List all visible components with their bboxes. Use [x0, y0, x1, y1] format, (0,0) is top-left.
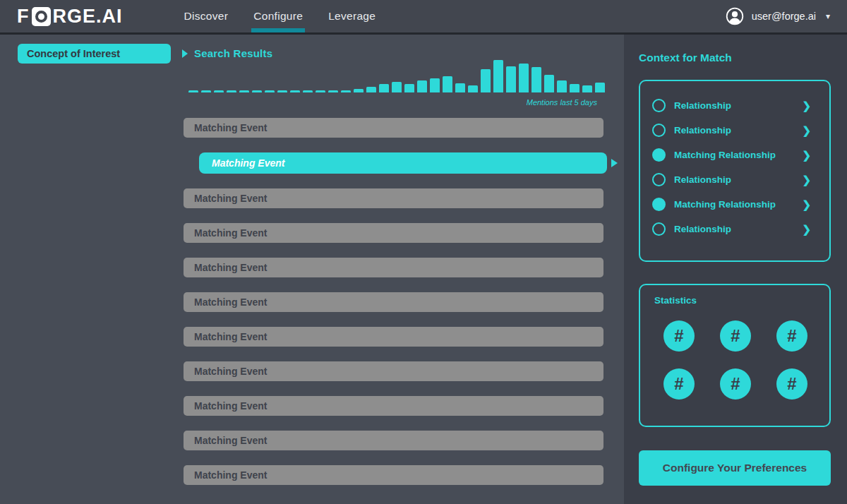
context-relationships-box: Relationship❯Relationship❯Matching Relat… — [639, 80, 831, 262]
chart-bar — [265, 90, 275, 92]
chart-bar — [443, 76, 452, 92]
chart-bar — [582, 85, 592, 92]
results-panel: Search Results Mentions last 5 days Matc… — [0, 35, 624, 504]
concept-search-input[interactable] — [27, 48, 166, 59]
context-sidebar: Context for Match Relationship❯Relations… — [624, 35, 847, 504]
matching-event-bar[interactable]: Matching Event — [184, 396, 603, 416]
matching-event-bar[interactable]: Matching Event — [184, 361, 603, 381]
statistic-badge: # — [720, 320, 751, 352]
matching-event-label: Matching Event — [194, 435, 267, 446]
selected-event-arrow-icon — [611, 159, 618, 167]
concept-search-box[interactable] — [18, 44, 171, 64]
matching-event-label: Matching Event — [194, 400, 267, 412]
outline-circle-icon — [652, 124, 666, 137]
chevron-right-icon[interactable]: ❯ — [802, 100, 811, 111]
context-item-label: Matching Relationship — [674, 150, 776, 160]
statistic-badge: # — [720, 368, 751, 400]
search-results-title: Search Results — [194, 47, 272, 59]
matching-event-bar[interactable]: Matching Event — [184, 258, 603, 277]
chart-bar — [481, 69, 491, 92]
primary-nav: DiscoverConfigureLeverage — [182, 0, 378, 32]
outline-circle-icon — [652, 173, 666, 186]
configure-preferences-button[interactable]: Configure Your Preferences — [639, 450, 831, 486]
event-row: Matching Event — [184, 152, 618, 174]
matching-event-bar[interactable]: Matching Event — [184, 292, 603, 312]
matching-event-label: Matching Event — [212, 157, 284, 169]
nav-tab-leverage[interactable]: Leverage — [326, 0, 378, 32]
triangle-right-icon — [182, 49, 188, 58]
chevron-right-icon[interactable]: ❯ — [802, 199, 811, 210]
chart-bar — [595, 83, 605, 92]
chart-bar — [544, 75, 554, 92]
filled-circle-icon — [652, 198, 666, 211]
matching-event-bar[interactable]: Matching Event — [184, 223, 603, 243]
chart-bar — [430, 78, 440, 92]
event-row: Matching Event — [184, 118, 618, 138]
mentions-bar-chart — [188, 60, 605, 92]
matching-event-bar[interactable]: Matching Event — [184, 118, 603, 138]
brand-logo-prefix: F — [17, 6, 30, 28]
chart-bar — [328, 90, 338, 92]
chevron-right-icon[interactable]: ❯ — [802, 224, 811, 234]
context-item-matching-relationship[interactable]: Matching Relationship❯ — [640, 192, 829, 217]
context-item-relationship[interactable]: Relationship❯ — [640, 217, 829, 241]
chevron-right-icon[interactable]: ❯ — [802, 125, 811, 136]
context-item-label: Relationship — [674, 224, 731, 234]
chart-bar — [303, 90, 313, 92]
chart-bar — [519, 64, 529, 92]
nav-tab-configure[interactable]: Configure — [251, 0, 305, 32]
chart-bar — [366, 87, 376, 92]
matching-event-bar[interactable]: Matching Event — [184, 465, 603, 485]
context-item-label: Relationship — [674, 174, 731, 185]
matching-event-label: Matching Event — [194, 366, 267, 377]
event-row: Matching Event — [184, 465, 618, 485]
event-row: Matching Event — [184, 188, 618, 208]
event-row: Matching Event — [184, 223, 618, 243]
forge-aperture-icon — [32, 7, 51, 26]
event-row: Matching Event — [184, 258, 618, 277]
chart-bar — [570, 84, 579, 92]
context-item-matching-relationship[interactable]: Matching Relationship❯ — [640, 143, 829, 167]
matching-event-label: Matching Event — [194, 193, 267, 204]
chart-bar — [531, 67, 541, 92]
matching-event-bar-selected[interactable]: Matching Event — [199, 152, 607, 174]
context-item-label: Matching Relationship — [674, 199, 776, 210]
matching-event-bar[interactable]: Matching Event — [184, 188, 603, 208]
context-item-relationship[interactable]: Relationship❯ — [640, 93, 829, 118]
user-email: user@forge.ai — [752, 11, 816, 22]
statistic-badge: # — [776, 320, 807, 352]
user-menu[interactable]: user@forge.ai ▾ — [726, 0, 830, 32]
context-item-label: Relationship — [674, 125, 731, 136]
matching-event-bar[interactable]: Matching Event — [184, 327, 603, 347]
chart-bar — [468, 85, 478, 92]
matching-event-bar[interactable]: Matching Event — [184, 431, 603, 450]
context-item-relationship[interactable]: Relationship❯ — [640, 118, 829, 143]
chart-caption: Mentions last 5 days — [527, 98, 597, 107]
brand-logo-suffix: RGE.AI — [53, 6, 123, 28]
search-results-header: Search Results — [182, 47, 272, 59]
context-item-relationship[interactable]: Relationship❯ — [640, 167, 829, 192]
chart-bar — [506, 66, 516, 92]
context-item-label: Relationship — [674, 100, 731, 111]
statistics-box: Statistics ###### — [639, 284, 831, 427]
forge-aperture-ring — [35, 11, 47, 23]
chevron-right-icon[interactable]: ❯ — [802, 174, 811, 185]
chevron-right-icon[interactable]: ❯ — [802, 150, 811, 160]
chart-bar — [493, 60, 503, 92]
filled-circle-icon — [652, 148, 666, 162]
matching-event-label: Matching Event — [194, 262, 267, 273]
chart-bar — [239, 90, 249, 92]
chart-bar — [392, 82, 402, 92]
user-avatar-icon — [726, 7, 744, 25]
statistics-grid: ###### — [663, 320, 829, 400]
event-row: Matching Event — [184, 361, 618, 381]
chart-bar — [201, 90, 211, 92]
statistic-badge: # — [663, 368, 695, 400]
chart-bar — [277, 90, 287, 92]
brand-logo[interactable]: F RGE.AI — [17, 0, 123, 32]
nav-tab-discover[interactable]: Discover — [182, 0, 231, 32]
chart-bar — [214, 90, 224, 92]
matching-event-list: Matching EventMatching EventMatching Eve… — [184, 118, 618, 485]
top-nav: F RGE.AI DiscoverConfigureLeverage user@… — [0, 0, 847, 35]
chevron-down-icon[interactable]: ▾ — [826, 11, 830, 21]
